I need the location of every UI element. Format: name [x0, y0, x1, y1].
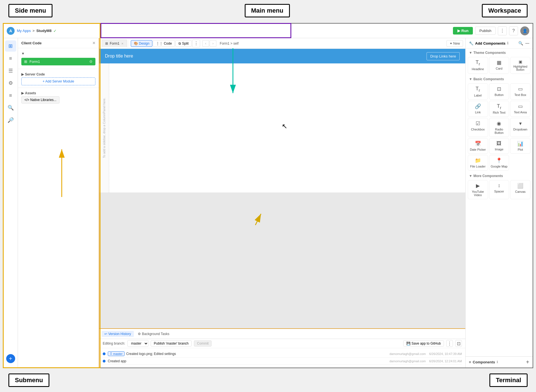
- image-icon: 🖼: [496, 141, 501, 146]
- sidebar-item-nav[interactable]: ≡: [5, 53, 16, 64]
- comp-label[interactable]: Tr Label: [468, 83, 488, 100]
- design-canvas[interactable]: Drop title here Drop Links here To add a…: [99, 49, 465, 328]
- history-row[interactable]: ↥ master Created logo.png; Edited settin…: [103, 350, 462, 358]
- comp-link[interactable]: 🔗 Link: [468, 101, 488, 117]
- theme-section-title: ▼ Theme Components: [466, 49, 533, 56]
- comp-canvas[interactable]: ⬜ Canvas: [510, 180, 530, 199]
- branch-select[interactable]: master: [127, 340, 148, 347]
- add-item-button[interactable]: +: [6, 354, 15, 363]
- comp-radio-button[interactable]: ◉ Radio Button: [489, 118, 509, 137]
- comp-name: Link: [475, 111, 481, 114]
- server-code-section: ▶ Server Code + Add Server Module: [18, 69, 99, 88]
- sidebar-drop-zone[interactable]: To add a sidebar, drop a ColumnPanel her…: [99, 63, 109, 192]
- background-tasks-icon: ⚙: [138, 332, 141, 336]
- comp-name: Button: [495, 93, 504, 97]
- comp-dropdown[interactable]: ▾ Dropdown: [510, 118, 530, 137]
- publish-button[interactable]: Publish: [475, 27, 496, 35]
- add-server-module-button[interactable]: + Add Server Module: [21, 77, 95, 85]
- comp-text-box[interactable]: ▭ Text Box: [510, 83, 530, 100]
- history-row[interactable]: Created app damomurtagh@gmail.com 6/26/2…: [103, 358, 462, 365]
- toolbar-more-button[interactable]: ⋮: [192, 40, 200, 47]
- save-github-button[interactable]: 💾 Save app to GitHub: [403, 340, 444, 347]
- nav-back-button[interactable]: ‹: [202, 40, 209, 47]
- publish-label: Publish: [479, 29, 491, 33]
- client-code-toggle[interactable]: ▼: [21, 51, 95, 57]
- tab-close-icon[interactable]: ✕: [121, 42, 123, 45]
- tab-icon: ⊞: [105, 42, 108, 45]
- comp-plot[interactable]: 📊 Plot: [510, 138, 530, 154]
- comp-text-area[interactable]: ▭ Text Area: [510, 101, 530, 117]
- assets-section: ▶ Assets </> Native Libraries...: [18, 88, 99, 106]
- comp-youtube[interactable]: ▶ YouTube Video: [468, 180, 488, 199]
- user-avatar-button[interactable]: 👤: [520, 26, 529, 35]
- my-apps-link[interactable]: My Apps: [17, 29, 31, 33]
- comp-google-map[interactable]: 📍 Google Map: [489, 155, 509, 171]
- form1-item[interactable]: ⊞ Form1 ⚙: [21, 58, 95, 65]
- right-panel-controls: 🔍 —: [518, 41, 529, 45]
- sidebar-item-search2[interactable]: 🔎: [5, 114, 16, 126]
- tab-form1[interactable]: ⊞ Form1 ✕: [102, 40, 127, 47]
- comp-headline[interactable]: Tr Headline: [468, 57, 488, 74]
- comp-date-picker[interactable]: 📅 Date Picker: [468, 138, 488, 154]
- history-message: Created logo.png; Edited settings: [126, 352, 390, 356]
- nav-fwd-button[interactable]: ›: [210, 40, 216, 47]
- button-icon: ⊡: [497, 86, 501, 92]
- tab-version-history[interactable]: ↩ Version History: [102, 331, 134, 337]
- right-panel: 🔧 Add Components ℹ 🔍 — ▼ Theme Component…: [465, 38, 533, 368]
- comp-checkbox[interactable]: ☑ Checkbox: [468, 118, 488, 137]
- commit-button[interactable]: Commit: [194, 340, 212, 347]
- main-drop-zone[interactable]: ↖: [109, 63, 465, 192]
- more-options-button[interactable]: ⋮: [498, 26, 507, 35]
- comp-card[interactable]: ▦ Card: [489, 57, 509, 74]
- assets-label: Assets: [25, 91, 36, 95]
- bottom-expand-button[interactable]: ⊡: [455, 340, 462, 347]
- sidebar-item-menu[interactable]: ≡: [5, 90, 16, 101]
- comp-image[interactable]: 🖼 Image: [489, 138, 509, 154]
- code-panel-close[interactable]: ✕: [92, 41, 95, 45]
- help-button[interactable]: ?: [509, 26, 518, 35]
- comp-spacer[interactable]: ↕ Spacer: [489, 180, 509, 199]
- design-button[interactable]: 🎨 Design: [131, 40, 153, 47]
- split-button[interactable]: ⧉ Split: [175, 40, 192, 47]
- comp-rich-text[interactable]: Tr Rich Text: [489, 101, 509, 117]
- form1-settings-icon[interactable]: ⚙: [89, 59, 93, 64]
- canvas-drop-title[interactable]: Drop title here: [105, 54, 133, 59]
- run-button[interactable]: ▶ Run: [453, 27, 473, 35]
- sidebar-item-list[interactable]: ☰: [5, 65, 16, 76]
- sidebar-item-search[interactable]: 🔍: [5, 102, 16, 113]
- canvas-drop-links[interactable]: Drop Links here: [427, 52, 460, 60]
- github-more-button[interactable]: ⋮: [446, 340, 453, 347]
- chevron-down-icon3: ▼: [469, 174, 472, 178]
- comp-highlighted-button[interactable]: ▣ Highlighted Button: [510, 57, 530, 74]
- search-icon[interactable]: 🔍: [518, 41, 523, 45]
- tab-label: Form1: [110, 42, 120, 45]
- text-box-icon: ▭: [518, 86, 523, 92]
- components-scroll[interactable]: ▼ Theme Components Tr Headline ▦ Card: [466, 49, 533, 356]
- comp-name: Text Area: [514, 111, 527, 114]
- comp-label: Highlighted Button: [512, 65, 529, 71]
- add-component-button[interactable]: +: [526, 359, 529, 365]
- history-date: 6/26/2024, 12:24:01 AM: [429, 359, 462, 363]
- history-message: Created app: [108, 359, 390, 363]
- collapse-icon[interactable]: —: [525, 41, 529, 45]
- sidebar-item-code[interactable]: ⊞: [5, 40, 16, 52]
- left-sidebar: ⊞ ≡ ☰ ⚙ ≡ 🔍 🔎 +: [3, 38, 18, 368]
- native-libraries-button[interactable]: </> Native Libraries...: [21, 96, 59, 104]
- server-code-toggle[interactable]: ▶ Server Code: [21, 71, 95, 77]
- components-text: Components: [473, 360, 495, 364]
- tab-background-tasks[interactable]: ⚙ Background Tasks: [135, 331, 172, 337]
- assets-toggle[interactable]: ▶ Assets: [21, 90, 95, 96]
- comp-name: Label: [474, 94, 482, 97]
- new-button[interactable]: ✦ New: [446, 40, 463, 47]
- sidebar-item-settings[interactable]: ⚙: [5, 77, 16, 89]
- comp-name: Spacer: [494, 190, 504, 193]
- canvas-drop-area[interactable]: To add a sidebar, drop a ColumnPanel her…: [99, 63, 465, 192]
- comp-button[interactable]: ⊡ Button: [489, 83, 509, 100]
- publish-branch-button[interactable]: Publish 'master' branch: [151, 340, 192, 347]
- version-history-icon: ↩: [104, 332, 107, 336]
- code-button[interactable]: ⋮⋮ Code: [153, 40, 175, 47]
- highlighted-button-icon: ▣: [519, 59, 522, 64]
- text-area-icon: ▭: [518, 103, 523, 109]
- comp-name: Text Box: [514, 93, 526, 97]
- comp-file-loader[interactable]: 📁 File Loader: [468, 155, 488, 171]
